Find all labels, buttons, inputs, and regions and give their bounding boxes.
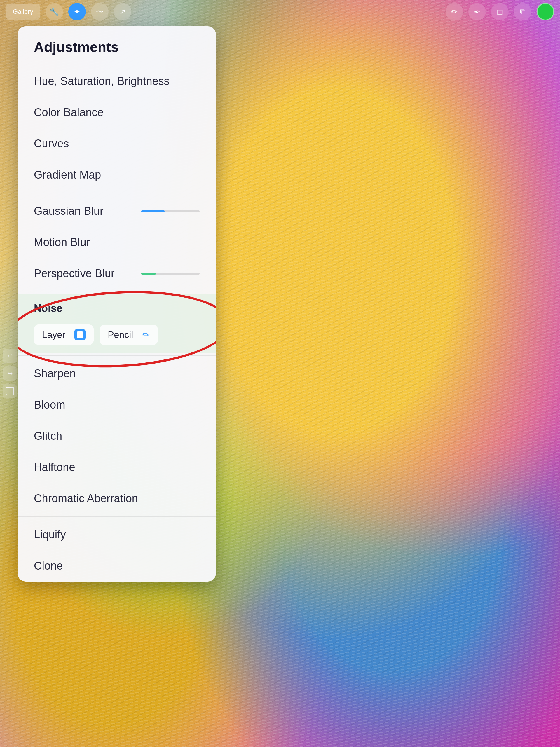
menu-item-clone[interactable]: Clone (18, 550, 216, 582)
eraser-icon: ◻ (497, 7, 503, 16)
menu-item-gradient-map[interactable]: Gradient Map (18, 159, 216, 190)
pen-icon: ✒ (474, 7, 480, 16)
eraser-button[interactable]: ◻ (491, 3, 509, 20)
layers-icon: ⧉ (520, 7, 526, 16)
pencil-label: Pencil (108, 330, 133, 340)
selection-icon (6, 387, 14, 395)
menu-item-liquify[interactable]: Liquify (18, 519, 216, 550)
menu-item-hue-sat[interactable]: Hue, Saturation, Brightness (18, 66, 216, 97)
layer-square-icon (74, 329, 85, 340)
divider-2 (18, 291, 216, 292)
menu-item-chromatic-aberration[interactable]: Chromatic Aberration (18, 483, 216, 514)
wrench-icon: 🔧 (50, 7, 59, 16)
noise-controls: Layer + Pencil + ✏ (18, 320, 216, 353)
undo-icon: ↩ (7, 352, 12, 360)
brush-button[interactable]: ✏ (446, 3, 463, 20)
pencil-draw-icon: ✏ (143, 330, 150, 340)
panel-title: Adjustments (18, 26, 216, 66)
plus-icon: + (69, 330, 73, 339)
modify-icon: ✦ (74, 7, 80, 16)
brush-icon: ✏ (451, 7, 458, 16)
gallery-button[interactable]: Gallery (6, 3, 40, 20)
layers-button[interactable]: ⧉ (514, 3, 531, 20)
wrench-button[interactable]: 🔧 (46, 3, 63, 20)
arrow-button[interactable]: ↗ (114, 3, 131, 20)
toolbar-right: ✏ ✒ ◻ ⧉ (446, 3, 554, 20)
menu-item-curves[interactable]: Curves (18, 128, 216, 159)
adjustments-panel: Adjustments Hue, Saturation, Brightness … (18, 26, 216, 582)
arrow-icon: ↗ (119, 7, 126, 16)
selection-button[interactable] (3, 384, 17, 398)
noise-layer-button[interactable]: Layer + (34, 325, 94, 345)
menu-item-bloom[interactable]: Bloom (18, 389, 216, 420)
noise-section: Noise Layer + Pencil + ✏ (18, 294, 216, 353)
divider-1 (18, 193, 216, 193)
menu-item-sharpen[interactable]: Sharpen (18, 358, 216, 389)
pencil-plus-icon: + (136, 330, 141, 339)
smudge-button[interactable]: 〜 (91, 3, 108, 20)
menu-item-color-balance[interactable]: Color Balance (18, 97, 216, 128)
divider-4 (18, 516, 216, 517)
menu-item-gaussian-blur[interactable]: Gaussian Blur (18, 196, 216, 227)
smudge-icon: 〜 (96, 7, 104, 17)
modify-button[interactable]: ✦ (68, 3, 86, 20)
redo-button[interactable]: ↪ (3, 366, 17, 381)
menu-item-halftone[interactable]: Halftone (18, 452, 216, 483)
menu-item-motion-blur[interactable]: Motion Blur (18, 227, 216, 258)
layer-label: Layer (42, 330, 66, 340)
menu-item-perspective-blur[interactable]: Perspective Blur (18, 258, 216, 289)
color-button[interactable] (537, 3, 554, 20)
redo-icon: ↪ (7, 370, 12, 377)
pen-button[interactable]: ✒ (468, 3, 486, 20)
perspective-blur-slider[interactable] (141, 273, 200, 275)
gaussian-blur-slider[interactable] (141, 210, 200, 212)
menu-item-glitch[interactable]: Glitch (18, 420, 216, 452)
undo-button[interactable]: ↩ (3, 349, 17, 363)
noise-pencil-button[interactable]: Pencil + ✏ (100, 325, 158, 345)
noise-label: Noise (18, 294, 216, 320)
top-toolbar: Gallery 🔧 ✦ 〜 ↗ ✏ ✒ ◻ ⧉ (0, 0, 560, 23)
side-toolbar: ↩ ↪ (0, 343, 20, 404)
divider-3 (18, 355, 216, 356)
